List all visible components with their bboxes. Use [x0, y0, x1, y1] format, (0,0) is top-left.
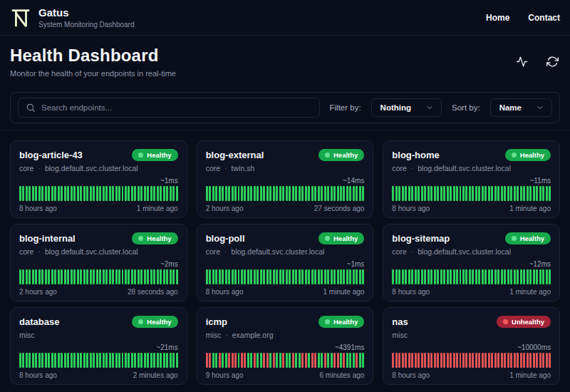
uptime-bar[interactable] — [128, 269, 130, 284]
uptime-bar[interactable] — [166, 186, 168, 201]
uptime-bar[interactable] — [172, 269, 175, 284]
endpoint-card[interactable]: blog-external Healthy core · twin.sh ~14… — [197, 140, 374, 218]
uptime-bar[interactable] — [273, 269, 275, 284]
uptime-bar[interactable] — [61, 186, 63, 201]
uptime-bar[interactable] — [163, 353, 165, 368]
uptime-bar[interactable] — [22, 186, 24, 201]
uptime-bar[interactable] — [157, 353, 159, 368]
uptime-bar[interactable] — [340, 269, 342, 284]
uptime-bar[interactable] — [269, 353, 271, 368]
uptime-bar[interactable] — [238, 353, 240, 368]
uptime-bar[interactable] — [212, 353, 214, 368]
uptime-bar[interactable] — [128, 353, 130, 368]
uptime-bar[interactable] — [228, 186, 230, 201]
uptime-bar[interactable] — [430, 186, 432, 201]
uptime-bar[interactable] — [539, 269, 542, 284]
uptime-bar[interactable] — [266, 353, 269, 368]
uptime-bar[interactable] — [215, 186, 217, 201]
uptime-bar[interactable] — [418, 186, 420, 201]
uptime-bar[interactable] — [539, 353, 542, 368]
uptime-bar[interactable] — [308, 353, 310, 368]
uptime-bar[interactable] — [170, 186, 172, 201]
uptime-bar[interactable] — [138, 269, 140, 284]
uptime-bar[interactable] — [299, 353, 301, 368]
uptime-bar[interactable] — [469, 186, 471, 201]
uptime-bar[interactable] — [437, 269, 439, 284]
uptime-bar[interactable] — [453, 353, 455, 368]
uptime-bar[interactable] — [356, 186, 358, 201]
uptime-bar[interactable] — [494, 269, 497, 284]
uptime-bar[interactable] — [331, 269, 333, 284]
uptime-bar[interactable] — [172, 353, 175, 368]
uptime-bar[interactable] — [41, 269, 43, 284]
uptime-bar[interactable] — [134, 353, 136, 368]
uptime-bar[interactable] — [536, 269, 538, 284]
uptime-bar[interactable] — [346, 353, 348, 368]
uptime-bar[interactable] — [244, 269, 246, 284]
uptime-bar[interactable] — [153, 186, 155, 201]
uptime-bar[interactable] — [488, 353, 490, 368]
uptime-bar[interactable] — [273, 353, 275, 368]
uptime-bar[interactable] — [26, 186, 28, 201]
uptime-bar[interactable] — [71, 186, 73, 201]
uptime-bar[interactable] — [301, 269, 304, 284]
uptime-bar[interactable] — [484, 269, 487, 284]
uptime-bar[interactable] — [256, 186, 259, 201]
uptime-bar[interactable] — [254, 269, 256, 284]
uptime-bar[interactable] — [83, 353, 86, 368]
uptime-bar[interactable] — [157, 269, 159, 284]
uptime-bar[interactable] — [131, 186, 133, 201]
uptime-bar[interactable] — [96, 186, 98, 201]
uptime-bar[interactable] — [26, 353, 28, 368]
uptime-bar[interactable] — [324, 186, 326, 201]
uptime-bar[interactable] — [212, 269, 214, 284]
uptime-bar[interactable] — [125, 269, 127, 284]
uptime-bar[interactable] — [314, 353, 316, 368]
uptime-bar[interactable] — [333, 186, 336, 201]
uptime-bar[interactable] — [163, 186, 165, 201]
uptime-bar[interactable] — [327, 353, 329, 368]
uptime-bar[interactable] — [497, 186, 499, 201]
uptime-bar[interactable] — [314, 269, 316, 284]
uptime-bar[interactable] — [497, 353, 499, 368]
uptime-bar[interactable] — [405, 186, 407, 201]
uptime-bar[interactable] — [222, 269, 224, 284]
uptime-bar[interactable] — [327, 269, 329, 284]
uptime-bar[interactable] — [546, 353, 548, 368]
uptime-bar[interactable] — [241, 269, 243, 284]
uptime-bar[interactable] — [340, 353, 342, 368]
uptime-bar[interactable] — [292, 186, 294, 201]
uptime-bar[interactable] — [279, 353, 281, 368]
uptime-bar[interactable] — [19, 269, 21, 284]
uptime-bar[interactable] — [80, 353, 82, 368]
uptime-bar[interactable] — [343, 353, 345, 368]
uptime-bar[interactable] — [118, 186, 120, 201]
uptime-bar[interactable] — [144, 186, 146, 201]
uptime-bar[interactable] — [54, 353, 56, 368]
uptime-bar[interactable] — [289, 186, 291, 201]
uptime-bar[interactable] — [54, 186, 56, 201]
uptime-bar[interactable] — [45, 186, 47, 201]
uptime-bar[interactable] — [405, 269, 407, 284]
uptime-bar[interactable] — [430, 353, 432, 368]
uptime-bar[interactable] — [28, 353, 31, 368]
uptime-bar[interactable] — [450, 186, 452, 201]
uptime-bar[interactable] — [51, 186, 53, 201]
uptime-bar[interactable] — [392, 269, 394, 284]
uptime-bar[interactable] — [482, 269, 484, 284]
uptime-bar[interactable] — [22, 269, 24, 284]
uptime-bar[interactable] — [144, 269, 146, 284]
endpoint-card[interactable]: nas Unhealthy misc ~10000ms 8 hours ago … — [383, 307, 560, 385]
uptime-bar[interactable] — [232, 269, 234, 284]
uptime-bar[interactable] — [122, 269, 124, 284]
uptime-bar[interactable] — [150, 353, 152, 368]
uptime-bar[interactable] — [90, 269, 92, 284]
uptime-bar[interactable] — [266, 186, 269, 201]
uptime-bar[interactable] — [28, 186, 31, 201]
nav-link-contact[interactable]: Contact — [528, 13, 560, 23]
uptime-bar[interactable] — [333, 353, 336, 368]
uptime-bar[interactable] — [440, 186, 442, 201]
uptime-bar[interactable] — [482, 186, 484, 201]
uptime-bar[interactable] — [99, 353, 101, 368]
uptime-bar[interactable] — [45, 269, 47, 284]
